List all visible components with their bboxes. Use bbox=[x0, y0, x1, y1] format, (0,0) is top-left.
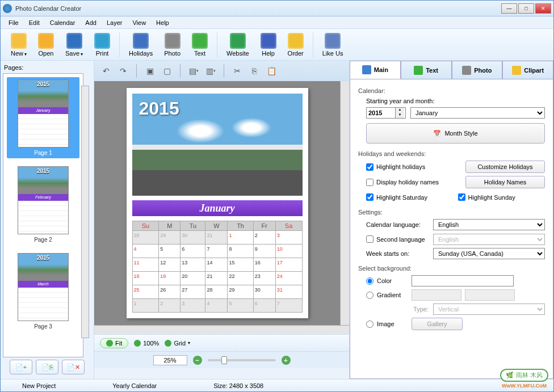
canvas-toolbar: ↶ ↷ ▣ ▢ ▤▾ ▥▾ ✂ ⎘ 📋 bbox=[94, 61, 349, 81]
zoom-bar: Fit 100% Grid ▾ bbox=[94, 334, 349, 351]
second-language-checkbox[interactable] bbox=[366, 235, 373, 243]
bring-front-button[interactable]: ▣ bbox=[142, 64, 157, 78]
main-toolbar: New▾OpenSave▾PrintHolidaysPhotoTextWebsi… bbox=[1, 29, 553, 61]
like-us-button[interactable]: Like Us bbox=[317, 32, 349, 58]
calendar-icon: 📅 bbox=[433, 130, 441, 137]
background-group-label: Select background: bbox=[358, 265, 545, 272]
zoom-slider[interactable] bbox=[208, 359, 276, 361]
thumbs-scrollbar[interactable] bbox=[81, 86, 89, 338]
fit-button[interactable]: Fit bbox=[100, 338, 128, 348]
zoom-controls: − + bbox=[94, 351, 349, 368]
minimize-button[interactable]: — bbox=[501, 3, 517, 14]
close-button[interactable]: ✕ bbox=[535, 3, 551, 14]
bg-color-picker[interactable] bbox=[412, 275, 514, 286]
gallery-button: Gallery bbox=[412, 318, 463, 330]
duplicate-page-button[interactable]: 📄⎘ bbox=[36, 360, 58, 374]
tab-clipart[interactable]: Clipart bbox=[502, 61, 553, 79]
tab-photo[interactable]: Photo bbox=[452, 61, 503, 79]
tab-text[interactable]: Text bbox=[401, 61, 452, 79]
bg-color-radio[interactable] bbox=[366, 277, 373, 285]
menu-layer[interactable]: Layer bbox=[102, 18, 127, 27]
calendar-grid[interactable]: SuMTuWThFrSa2829303112345678910111213141… bbox=[132, 221, 303, 313]
canvas-panel: ↶ ↷ ▣ ▢ ▤▾ ▥▾ ✂ ⎘ 📋 2015 J bbox=[94, 61, 349, 379]
holidays-button[interactable]: Holidays bbox=[123, 32, 158, 58]
new-button[interactable]: New▾ bbox=[5, 32, 32, 58]
display-holiday-names-checkbox[interactable] bbox=[366, 179, 373, 186]
month-select[interactable]: January bbox=[410, 107, 545, 119]
calendar-page[interactable]: 2015 January SuMTuWThFrSa282930311234567… bbox=[127, 88, 308, 318]
highlight-holidays-checkbox[interactable] bbox=[366, 163, 373, 171]
open-button[interactable]: Open bbox=[32, 32, 60, 58]
menu-edit[interactable]: Edit bbox=[24, 18, 44, 27]
print-button[interactable]: Print bbox=[89, 32, 116, 58]
status-project: New Project bbox=[5, 382, 73, 389]
property-tabs: MainTextPhotoClipart bbox=[350, 61, 553, 79]
second-language-select: English bbox=[433, 234, 545, 245]
calendar-photo[interactable]: 2015 bbox=[132, 94, 303, 196]
page-thumbnails[interactable]: 2015JanuaryPage 12015FebruaryPage 22015M… bbox=[3, 73, 83, 357]
menu-help[interactable]: Help bbox=[152, 18, 174, 27]
calendar-group-label: Calendar: bbox=[358, 87, 545, 94]
window-title: Photo Calendar Creator bbox=[15, 5, 501, 12]
zoom-in-button[interactable]: + bbox=[282, 356, 291, 365]
status-bar: New Project Yearly Calendar Size: 2480 x… bbox=[1, 379, 553, 391]
holidays-group-label: Holidays and weekends: bbox=[358, 150, 545, 157]
month-header[interactable]: January bbox=[132, 200, 303, 216]
pages-panel: Pages: 2015JanuaryPage 12015FebruaryPage… bbox=[1, 61, 94, 379]
title-bar: Photo Calendar Creator — □ ✕ bbox=[1, 1, 553, 16]
menu-bar: FileEditCalendarAddLayerViewHelp bbox=[1, 16, 553, 29]
month-style-button[interactable]: 📅 Month Style bbox=[366, 123, 545, 144]
menu-file[interactable]: File bbox=[4, 18, 23, 27]
canvas-area[interactable]: 2015 January SuMTuWThFrSa282930311234567… bbox=[94, 81, 340, 325]
bg-gradient-radio[interactable] bbox=[366, 292, 373, 299]
week-start-select[interactable]: Sunday (USA, Canada) bbox=[433, 248, 545, 259]
paste-button[interactable]: 📋 bbox=[264, 64, 279, 78]
bg-image-radio[interactable] bbox=[366, 321, 373, 328]
align-h-button[interactable]: ▤▾ bbox=[186, 64, 201, 78]
page-thumb[interactable]: 2015MarchPage 3 bbox=[7, 251, 79, 332]
order-button[interactable]: Order bbox=[282, 32, 309, 58]
year-text[interactable]: 2015 bbox=[139, 98, 179, 119]
pages-label: Pages: bbox=[3, 63, 91, 73]
zoom-100-button[interactable]: 100% bbox=[134, 340, 159, 347]
photo-button[interactable]: Photo bbox=[158, 32, 186, 58]
save-button[interactable]: Save▾ bbox=[60, 32, 89, 58]
copy-button[interactable]: ⎘ bbox=[247, 64, 262, 78]
delete-page-button[interactable]: 📄✕ bbox=[62, 360, 85, 374]
zoom-input[interactable] bbox=[153, 355, 187, 365]
highlight-saturday-checkbox[interactable] bbox=[366, 193, 373, 201]
undo-button[interactable]: ↶ bbox=[99, 64, 114, 78]
grid-toggle[interactable]: Grid ▾ bbox=[165, 340, 190, 347]
main-tab-content: Calendar: Starting year and month: ▲▼ Ja… bbox=[350, 79, 553, 379]
tab-main[interactable]: Main bbox=[350, 61, 401, 79]
send-back-button[interactable]: ▢ bbox=[160, 64, 174, 78]
status-size: Size: 2480 x 3508 bbox=[196, 382, 280, 389]
canvas-scrollbar-vertical[interactable] bbox=[340, 81, 349, 325]
properties-panel: MainTextPhotoClipart Calendar: Starting … bbox=[349, 61, 553, 379]
holiday-names-button[interactable]: Holiday Names bbox=[465, 176, 545, 188]
canvas-scrollbar-horizontal[interactable] bbox=[94, 325, 349, 334]
menu-calendar[interactable]: Calendar bbox=[45, 18, 80, 27]
redo-button[interactable]: ↷ bbox=[116, 64, 131, 78]
year-spinner[interactable]: ▲▼ bbox=[366, 107, 406, 119]
highlight-sunday-checkbox[interactable] bbox=[458, 193, 465, 201]
add-page-button[interactable]: 📄+ bbox=[10, 360, 32, 374]
menu-view[interactable]: View bbox=[128, 18, 150, 27]
page-thumb[interactable]: 2015JanuaryPage 1 bbox=[7, 77, 79, 158]
website-button[interactable]: Website bbox=[221, 32, 255, 58]
zoom-out-button[interactable]: − bbox=[193, 356, 202, 365]
menu-add[interactable]: Add bbox=[81, 18, 101, 27]
watermark: 🌿雨林 木风 WwW.YLMFU.CoM bbox=[500, 369, 548, 389]
settings-group-label: Settings: bbox=[358, 209, 545, 216]
language-select[interactable]: English bbox=[433, 219, 545, 230]
status-type: Yearly Calendar bbox=[95, 382, 174, 389]
cut-button[interactable]: ✂ bbox=[230, 64, 245, 78]
gradient-type-select: Vertical bbox=[433, 304, 545, 315]
text-button[interactable]: Text bbox=[186, 32, 213, 58]
app-icon bbox=[3, 4, 12, 13]
help-button[interactable]: Help bbox=[255, 32, 282, 58]
align-v-button[interactable]: ▥▾ bbox=[203, 64, 218, 78]
customize-holidays-button[interactable]: Customize Holidays bbox=[465, 161, 545, 173]
maximize-button[interactable]: □ bbox=[518, 3, 534, 14]
page-thumb[interactable]: 2015FebruaryPage 2 bbox=[7, 164, 79, 245]
